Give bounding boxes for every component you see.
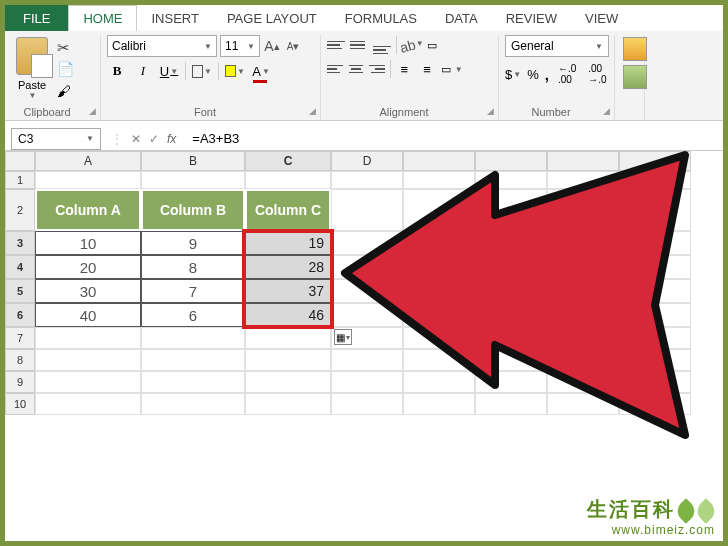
cell[interactable] — [547, 171, 619, 189]
wrap-text-button[interactable]: ▭ — [427, 39, 485, 52]
column-header[interactable] — [403, 151, 475, 171]
row-header-9[interactable]: 9 — [5, 371, 35, 393]
cell[interactable] — [547, 189, 619, 231]
cell[interactable] — [331, 255, 403, 279]
align-left-button[interactable] — [327, 60, 343, 78]
cell[interactable] — [331, 231, 403, 255]
cell[interactable] — [331, 171, 403, 189]
cell[interactable] — [141, 393, 245, 415]
cell-header-c[interactable]: Column C — [245, 189, 331, 231]
cell[interactable] — [475, 303, 547, 327]
number-format-select[interactable]: General▼ — [505, 35, 609, 57]
cell-c5[interactable]: 37 — [245, 279, 331, 303]
column-header[interactable] — [619, 151, 691, 171]
column-header-d[interactable]: D — [331, 151, 403, 171]
cell[interactable] — [331, 303, 403, 327]
row-header-6[interactable]: 6 — [5, 303, 35, 327]
cell[interactable] — [141, 349, 245, 371]
cell[interactable] — [547, 349, 619, 371]
cell[interactable] — [141, 171, 245, 189]
cell[interactable] — [35, 393, 141, 415]
cell[interactable] — [245, 327, 331, 349]
cell[interactable] — [475, 231, 547, 255]
cell-a5[interactable]: 30 — [35, 279, 141, 303]
shrink-font-button[interactable]: A▾ — [284, 35, 302, 57]
cell[interactable] — [547, 255, 619, 279]
cell[interactable] — [547, 303, 619, 327]
cell[interactable] — [475, 189, 547, 231]
column-header[interactable] — [475, 151, 547, 171]
cell-b6[interactable]: 6 — [141, 303, 245, 327]
cell[interactable] — [475, 279, 547, 303]
column-header-a[interactable]: A — [35, 151, 141, 171]
conditional-formatting-button[interactable] — [623, 37, 647, 61]
cell[interactable] — [403, 171, 475, 189]
cell[interactable] — [403, 327, 475, 349]
cell[interactable] — [403, 371, 475, 393]
row-header-3[interactable]: 3 — [5, 231, 35, 255]
increase-indent-button[interactable]: ≡ — [418, 59, 436, 79]
cell[interactable] — [403, 255, 475, 279]
cell[interactable] — [35, 171, 141, 189]
cell[interactable] — [547, 393, 619, 415]
align-bottom-button[interactable] — [373, 36, 391, 54]
tab-data[interactable]: DATA — [431, 5, 492, 31]
cell[interactable] — [331, 393, 403, 415]
cell[interactable] — [475, 327, 547, 349]
cell[interactable] — [619, 327, 691, 349]
font-size-select[interactable]: 11▼ — [220, 35, 260, 57]
cell[interactable] — [547, 279, 619, 303]
merge-center-button[interactable]: ▭▼ — [441, 63, 492, 76]
cell[interactable] — [35, 349, 141, 371]
formula-input[interactable]: =A3+B3 — [186, 129, 723, 148]
column-header[interactable] — [547, 151, 619, 171]
dialog-launcher-icon[interactable]: ◢ — [89, 106, 96, 116]
row-header-2[interactable]: 2 — [5, 189, 35, 231]
tab-insert[interactable]: INSERT — [137, 5, 212, 31]
cell[interactable] — [403, 303, 475, 327]
align-center-button[interactable] — [348, 60, 364, 78]
cell[interactable] — [331, 371, 403, 393]
increase-decimal-button[interactable]: ←.0 .00 — [555, 61, 579, 87]
tab-file[interactable]: FILE — [5, 5, 68, 31]
format-table-button[interactable] — [623, 65, 647, 89]
row-header-7[interactable]: 7 — [5, 327, 35, 349]
cell[interactable] — [331, 279, 403, 303]
dialog-launcher-icon[interactable]: ◢ — [603, 106, 610, 116]
row-header-1[interactable]: 1 — [5, 171, 35, 189]
cell[interactable] — [35, 327, 141, 349]
underline-button[interactable]: U▼ — [159, 61, 179, 81]
cell[interactable] — [475, 255, 547, 279]
row-header-4[interactable]: 4 — [5, 255, 35, 279]
format-painter-button[interactable] — [57, 83, 77, 101]
select-all-corner[interactable] — [5, 151, 35, 171]
cell-a6[interactable]: 40 — [35, 303, 141, 327]
align-top-button[interactable] — [327, 36, 345, 54]
cell[interactable] — [245, 171, 331, 189]
font-color-button[interactable]: A▼ — [251, 61, 271, 81]
dialog-launcher-icon[interactable]: ◢ — [487, 106, 494, 116]
autofill-options-button[interactable]: ▦▾ — [334, 329, 352, 345]
cell[interactable] — [619, 303, 691, 327]
cell-header-b[interactable]: Column B — [141, 189, 245, 231]
fill-color-button[interactable]: ▼ — [225, 61, 245, 81]
cell[interactable] — [403, 231, 475, 255]
font-name-select[interactable]: Calibri▼ — [107, 35, 217, 57]
cell[interactable] — [475, 371, 547, 393]
cell[interactable] — [403, 279, 475, 303]
row-header-8[interactable]: 8 — [5, 349, 35, 371]
cell[interactable] — [547, 327, 619, 349]
paste-button[interactable]: Paste ▼ — [11, 35, 53, 101]
cell[interactable] — [619, 279, 691, 303]
cell[interactable] — [619, 189, 691, 231]
cut-button[interactable] — [57, 39, 77, 57]
spreadsheet-grid[interactable]: A B C D 1 2 Column A Column B Column C 3… — [5, 151, 723, 415]
orientation-button[interactable]: ab▼ — [400, 33, 424, 57]
percent-button[interactable]: % — [527, 64, 539, 84]
cell[interactable] — [475, 349, 547, 371]
enter-formula-button[interactable]: ✓ — [149, 132, 159, 146]
cell[interactable] — [475, 171, 547, 189]
column-header-c[interactable]: C — [245, 151, 331, 171]
tab-review[interactable]: REVIEW — [492, 5, 571, 31]
cell-b3[interactable]: 9 — [141, 231, 245, 255]
